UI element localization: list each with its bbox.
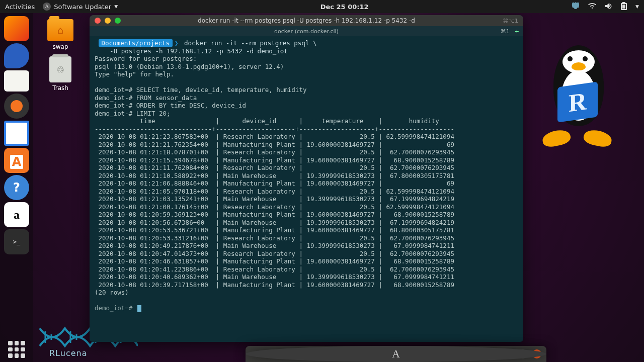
dock-firefox-icon[interactable]: [4, 16, 29, 41]
desktop-icons: swap Trash: [40, 19, 80, 98]
volume-indicator-icon[interactable]: [604, 3, 612, 11]
dock-amazon-icon[interactable]: a: [4, 202, 29, 227]
tab-shortcut-hint: ⌘1: [501, 28, 510, 35]
trash-icon: [49, 56, 71, 82]
dock-thunderbird-icon[interactable]: [4, 43, 29, 68]
window-minimize-button[interactable]: [105, 18, 111, 24]
topbar-app-name: Software Updater: [54, 3, 111, 11]
chevron-down-icon: ▼: [114, 4, 118, 9]
desktop-icon-label: swap: [40, 43, 80, 50]
window-close-button[interactable]: [95, 18, 101, 24]
terminal-title: docker run -it --rm postgres psql -U pos…: [90, 17, 523, 24]
activities-button[interactable]: Activities: [5, 3, 35, 11]
terminal-body[interactable]: Documents/projects❯ docker run -it --rm …: [90, 36, 523, 317]
dock-help-icon[interactable]: ?: [4, 175, 29, 200]
terminal-window: docker run -it --rm postgres psql -U pos…: [90, 15, 523, 342]
topbar-app-menu[interactable]: A Software Updater ▼: [43, 3, 118, 11]
desktop-icon-label: Trash: [40, 84, 80, 92]
dock-terminal-icon[interactable]: >_: [4, 229, 29, 254]
terminal-tabbar: docker (com.docker.cli) ⌘1 +: [90, 26, 523, 36]
dock-software-updater-icon[interactable]: [246, 346, 546, 362]
desktop-trash[interactable]: Trash: [40, 56, 80, 92]
svg-rect-0: [622, 5, 625, 9]
dock-rhythmbox-icon[interactable]: [4, 94, 29, 119]
terminal-tab[interactable]: docker (com.docker.cli): [274, 28, 339, 35]
folder-icon: [47, 19, 73, 41]
topbar-clock[interactable]: Dec 25 00:12: [320, 3, 369, 11]
battery-indicator-icon[interactable]: [620, 2, 627, 12]
window-maximize-button[interactable]: [115, 18, 121, 24]
tux-r-mascot-image: R: [528, 40, 629, 146]
system-menu-chevron-icon[interactable]: ▼: [635, 4, 639, 9]
wifi-indicator-icon[interactable]: [588, 3, 596, 11]
desktop-folder-swap[interactable]: swap: [40, 19, 80, 50]
software-updater-icon: A: [43, 3, 51, 11]
titlebar-shortcut-hint: ⌘⌥1: [503, 18, 518, 24]
dock-libreoffice-writer-icon[interactable]: [4, 121, 29, 146]
dock-ubuntu-software-icon[interactable]: [4, 148, 29, 173]
terminal-titlebar[interactable]: docker run -it --rm postgres psql -U pos…: [90, 15, 523, 26]
dock-files-icon[interactable]: [4, 70, 29, 92]
gnome-topbar: Activities A Software Updater ▼ Dec 25 0…: [0, 0, 644, 13]
show-applications-button[interactable]: [4, 337, 29, 362]
watermark-label: RLucena: [37, 348, 138, 358]
new-tab-button[interactable]: +: [515, 28, 519, 35]
postgresql-indicator-icon[interactable]: [571, 2, 580, 12]
ubuntu-dock: ? a >_: [0, 13, 33, 362]
